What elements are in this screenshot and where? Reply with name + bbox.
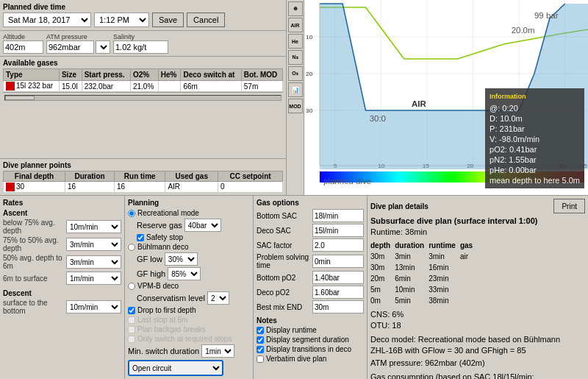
toolbar-btn-he[interactable]: He <box>288 34 303 49</box>
to-surface-select[interactable]: 1m/min <box>66 272 121 285</box>
gas-bot-mod: 57m <box>241 81 282 92</box>
deco-po2-input[interactable] <box>312 286 364 299</box>
below-75-label: below 75% avg. depth <box>3 219 66 235</box>
cancel-button[interactable]: Cancel <box>187 13 225 27</box>
info-pn2: pN2: 1.55bar <box>490 155 580 165</box>
deco-sac-input[interactable] <box>312 224 364 237</box>
p50-6m-label: 50% avg. depth to 6m <box>3 254 66 270</box>
surface-bottom-select[interactable]: 10m/min <box>66 300 121 314</box>
p75-50-select[interactable]: 3m/min <box>66 238 121 251</box>
date-select[interactable]: Sat Mar 18, 2017 <box>3 13 91 27</box>
safety-stop-checkbox[interactable] <box>137 234 144 241</box>
display-runtime-checkbox[interactable] <box>257 327 264 334</box>
recreational-label: Recreational mode <box>137 209 199 217</box>
below-75-select[interactable]: 10m/min <box>66 220 121 233</box>
plan-backgas-checkbox[interactable] <box>128 326 135 333</box>
drop-first-depth-label: Drop to first depth <box>137 306 196 314</box>
toolbar-btn-2[interactable]: AIR <box>288 18 303 32</box>
svg-text:30: 30 <box>306 107 313 114</box>
col-final-depth: Final depth <box>4 171 65 181</box>
recreational-radio[interactable] <box>128 210 135 217</box>
toolbar-btn-o2[interactable]: O₂ <box>288 66 303 81</box>
gf-high-select[interactable]: 85% <box>168 267 201 280</box>
gf-high-label: GF high <box>137 269 165 278</box>
th-gas: gas <box>460 240 477 251</box>
to-surface-label: 6m to surface <box>3 274 66 283</box>
plan-row: 20m6min23min <box>370 273 477 284</box>
bottom-sac-label: Bottom SAC <box>257 212 312 220</box>
buehlmann-radio[interactable] <box>128 244 135 251</box>
gas-o2: 21.0% <box>130 81 158 92</box>
altitude-label: Altitude <box>3 33 43 40</box>
gf-low-label: GF low <box>137 255 162 263</box>
atm-pressure-input[interactable] <box>46 40 94 54</box>
open-circuit-select[interactable]: Open circuit <box>128 360 223 376</box>
point-run-time: 16 <box>115 181 165 192</box>
runtime-label: Runtime: 38min <box>370 227 585 238</box>
dive-chart: 10 20 30 5 10 15 20 25 30 35 <box>304 0 588 195</box>
min-switch-select[interactable]: 1min <box>201 344 234 358</box>
gf-low-select[interactable]: 30% <box>165 252 198 266</box>
toolbar-btn-n2[interactable]: N₂ <box>288 50 303 65</box>
p50-6m-select[interactable]: 3m/min <box>66 255 121 269</box>
toolbar-btn-1[interactable]: ⊕ <box>288 1 303 16</box>
dive-planner-label: Dive planner points <box>3 161 283 169</box>
print-button[interactable]: Print <box>553 199 585 213</box>
plan-table: depth duration runtime gas 30m 3min 3min… <box>370 240 477 306</box>
plan-row: 5m10min33min <box>370 284 477 295</box>
display-runtime-label: Display runtime <box>266 326 317 334</box>
vpm-radio[interactable] <box>128 283 135 290</box>
verbatim-dive-plan-checkbox[interactable] <box>257 355 264 363</box>
time-select[interactable]: 1:12 PM <box>94 13 149 27</box>
toolbar-btn-plus-mod[interactable]: MOD <box>288 99 303 113</box>
display-transitions-label: Display transitions in deco <box>266 345 351 353</box>
th-duration: duration <box>395 240 429 251</box>
point-final-depth: 30 <box>4 181 65 192</box>
altitude-input[interactable] <box>3 40 43 54</box>
last-stop-6m-label: Last stop at 6m <box>137 316 187 324</box>
vpm-label: VPM-B deco <box>137 282 179 290</box>
display-transitions-checkbox[interactable] <box>257 346 264 353</box>
bottom-po2-input[interactable] <box>312 271 364 284</box>
col-cc-setpoint: CC setpoint <box>218 171 283 181</box>
col-o2: O2% <box>130 69 158 81</box>
sac-factor-input[interactable] <box>312 238 364 252</box>
chart-panel: ⊕ AIR He N₂ O₂ 📊 MOD <box>287 0 588 195</box>
horizontal-scrollbar[interactable] <box>3 92 283 102</box>
atm-pressure-unit[interactable]: ▼ <box>96 40 110 54</box>
salinity-input[interactable] <box>113 40 168 54</box>
only-switch-checkbox[interactable] <box>128 336 135 343</box>
problem-solving-label: Problem solving time <box>257 253 312 269</box>
planned-dive-time-label: Planned dive time <box>3 3 283 11</box>
display-segment-checkbox[interactable] <box>257 336 264 344</box>
dive-plan-details-title: Dive plan details <box>370 202 429 210</box>
plan-runtime: 3min <box>429 251 460 262</box>
safety-stop-label: Safety stop <box>146 233 183 241</box>
verbatim-dive-plan-label: Verbatim dive plan <box>266 355 326 363</box>
ascent-title: Ascent <box>3 209 121 217</box>
sac-factor-label: SAC factor <box>257 241 312 249</box>
surface-bottom-label: surface to the bottom <box>3 299 66 315</box>
min-switch-label: Min. switch duration <box>128 347 199 355</box>
info-d: D: 10.0m <box>490 113 580 124</box>
planning-title: Planning <box>128 199 250 207</box>
p75-50-label: 75% to 50% avg. depth <box>3 236 66 252</box>
conservatism-select[interactable]: 2 <box>207 291 229 305</box>
save-button[interactable]: Save <box>152 13 184 27</box>
planning-panel: Planning Recreational mode Reserve gas 4… <box>125 196 254 379</box>
info-v: V: -98.0m/min <box>490 134 580 144</box>
last-stop-6m-checkbox[interactable] <box>128 316 135 324</box>
problem-solving-input[interactable] <box>312 255 364 268</box>
bottom-sac-input[interactable] <box>312 209 364 222</box>
plan-backgas-label: Plan backgas breaks <box>137 325 206 333</box>
plan-duration: 3min <box>395 251 429 262</box>
best-mix-end-input[interactable] <box>312 300 364 314</box>
gas-consumption-label: Gas consumption (based on SAC 18l/15l/mi… <box>370 372 569 379</box>
conservatism-label: Conservatism level <box>137 294 205 302</box>
drop-first-depth-checkbox[interactable] <box>128 307 135 314</box>
notes-title: Notes <box>257 316 364 325</box>
plan-row: 0m5min38min <box>370 295 477 306</box>
bottom-po2-label: Bottom pO2 <box>257 274 312 282</box>
reserve-gas-select[interactable]: 40bar <box>184 219 221 232</box>
toolbar-btn-graph[interactable]: 📊 <box>288 82 303 97</box>
